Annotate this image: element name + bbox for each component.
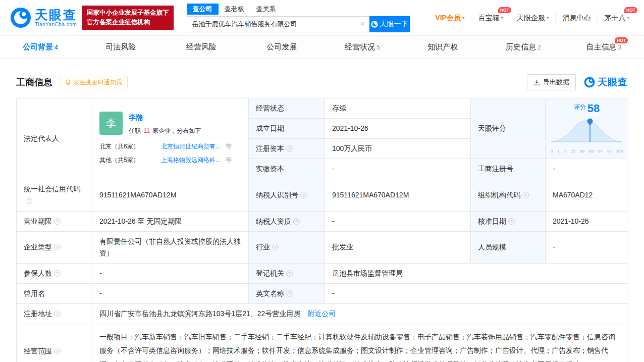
- staff-size-value: -: [546, 231, 628, 263]
- menu-enterprise-service[interactable]: 天眼企服: [510, 13, 556, 23]
- established-date-value: 2021-10-26: [325, 119, 471, 139]
- chevron-down-icon: [501, 13, 503, 23]
- avatar[interactable]: 李: [99, 112, 123, 135]
- search-button-logo-icon: [371, 21, 378, 28]
- tyc-score-cell[interactable]: 评分58 0131550859799100: [546, 98, 628, 159]
- taxpayer-qualification-label: 纳税人资质: [249, 211, 325, 231]
- info-icon[interactable]: [300, 192, 307, 198]
- search-tab-company[interactable]: 查公司: [187, 4, 219, 15]
- taxpayer-qualification-value: -: [325, 211, 471, 231]
- info-icon[interactable]: [522, 192, 529, 198]
- tab-label: 司法风险: [105, 42, 136, 52]
- info-icon[interactable]: [508, 218, 515, 225]
- export-button-label: 导出数据: [543, 78, 569, 87]
- clear-search-icon[interactable]: [360, 20, 365, 27]
- registered-address-label: 注册地址: [17, 304, 92, 324]
- menu-toolbox[interactable]: HOT 百宝箱: [471, 13, 510, 23]
- tianyancha-watermark: 天眼查: [584, 76, 628, 89]
- legal-rep-tenure: 任职 11 家企业，分布如下: [129, 126, 201, 136]
- paid-in-capital-value: -: [325, 159, 471, 179]
- table-row: 企业类型 有限责任公司（非自然人投资或控股的法人独资） 行业 批发业 人员规模 …: [17, 231, 628, 263]
- tab-judicial-risk[interactable]: 司法风险: [81, 36, 162, 59]
- tab-intellectual-property[interactable]: 知识产权: [403, 36, 484, 59]
- tenure-prefix: 任职: [129, 127, 141, 134]
- info-icon[interactable]: [26, 197, 32, 204]
- info-icon[interactable]: [54, 348, 61, 354]
- info-icon[interactable]: [286, 270, 293, 277]
- table-row: 统一社会信用代码 91511621MA670AD12M 纳税人识别号 91511…: [17, 179, 628, 211]
- tab-company-development[interactable]: 公司发展: [242, 36, 323, 59]
- insured-count-value: -: [92, 263, 249, 283]
- business-term-value: 2021-10-26 至 无固定期限: [92, 211, 249, 231]
- notify-on-change-button[interactable]: 发生变更时通知我: [60, 76, 128, 89]
- search-input[interactable]: [187, 16, 369, 32]
- registered-capital-value: 100万人民币: [325, 139, 471, 159]
- chevron-down-icon: [462, 13, 465, 23]
- tianyancha-logo[interactable]: 天眼查 TianYanCha.com: [10, 7, 77, 28]
- search-button-label: 天眼一下: [380, 20, 408, 29]
- tab-operating-status[interactable]: 经营状况 5: [322, 36, 403, 59]
- score-bell-curve-chart: [550, 115, 623, 144]
- menu-message-center[interactable]: 消息中心: [555, 13, 597, 23]
- legal-rep-name-link[interactable]: 李瀚: [129, 112, 201, 123]
- info-icon[interactable]: [54, 218, 61, 225]
- uscc-value: 91511621MA670AD12M: [92, 179, 249, 211]
- industry-label: 行业: [249, 231, 325, 263]
- info-icon[interactable]: [54, 244, 61, 250]
- info-icon[interactable]: [293, 218, 300, 225]
- score-axis: 0131550859799100: [550, 148, 624, 154]
- main-content: 工商信息 发生变更时通知我 导出数据: [16, 59, 628, 362]
- tab-company-background[interactable]: 公司背景 4: [0, 36, 81, 59]
- tab-history-info[interactable]: 历史信息 2: [483, 36, 564, 59]
- info-icon[interactable]: [286, 290, 293, 297]
- search-tab-relation[interactable]: 查关系: [250, 4, 282, 15]
- export-data-button[interactable]: 导出数据: [527, 74, 576, 90]
- tab-label: 历史信息: [506, 42, 536, 52]
- section-title: 工商信息: [16, 76, 52, 88]
- distribution-row: 北京（共6家） 北京恒河世纪商贸有... 等: [99, 142, 241, 152]
- org-code-label: 组织机构代码: [471, 179, 546, 211]
- business-info-table: 法定代表人 李 李瀚 任职 11 家企业，分布如下: [16, 98, 628, 362]
- registered-address-value: 四川省广安市岳池县九龙镇滨河东路103号1层21、22号营业用房 附近公司: [92, 304, 628, 324]
- info-icon[interactable]: [286, 145, 293, 152]
- insured-count-label: 参保人数: [17, 263, 92, 283]
- menu-user-account[interactable]: HOT 茅十八: [597, 13, 636, 23]
- former-name-value: -: [92, 283, 249, 303]
- taxpayer-id-value: 91511621MA670AD12M: [325, 179, 471, 211]
- former-name-label: 曾用名: [17, 283, 92, 303]
- info-icon[interactable]: [54, 270, 61, 277]
- tenure-count-link[interactable]: 11: [142, 127, 150, 134]
- menu-vip[interactable]: VIP会员: [428, 13, 471, 23]
- notify-button-label: 发生变更时通知我: [74, 78, 122, 87]
- info-icon[interactable]: [272, 244, 279, 250]
- tianyancha-watermark-icon: [584, 77, 595, 88]
- distribution-company-link[interactable]: 上海格物致远网络科...: [161, 156, 221, 166]
- approval-date-label: 核准日期: [471, 211, 546, 231]
- tab-count: 2: [538, 44, 541, 51]
- paid-in-capital-label: 实缴资本: [249, 159, 325, 179]
- search-tabs: 查公司 查老板 查关系: [187, 4, 410, 15]
- search-tab-boss[interactable]: 查老板: [219, 4, 250, 15]
- taxpayer-id-label: 纳税人识别号: [249, 179, 325, 211]
- tenure-suffix: 家企业，分布如下: [152, 127, 201, 134]
- approval-date-value: 2021-10-26: [546, 211, 628, 231]
- distribution-company-link[interactable]: 北京恒河世纪商贸有...: [161, 142, 221, 152]
- bell-icon: [65, 79, 71, 85]
- section-toolbar: 工商信息 发生变更时通知我 导出数据: [16, 74, 628, 90]
- hot-badge: HOT: [615, 37, 628, 43]
- nearby-companies-link[interactable]: 附近公司: [307, 309, 336, 318]
- top-header: 天眼查 TianYanCha.com 国家中小企业发展子基金旗下 官方备案企业征…: [0, 0, 644, 35]
- hot-badge: HOT: [624, 7, 637, 13]
- business-scope-label: 经营范围: [17, 324, 92, 362]
- logo-text-cn: 天眼查: [35, 8, 77, 22]
- menu-enterprise-service-label: 天眼企服: [517, 13, 545, 23]
- tab-operational-risk[interactable]: 经营风险: [161, 36, 242, 59]
- english-name-value: -: [325, 283, 628, 303]
- search-button[interactable]: 天眼一下: [369, 16, 410, 32]
- status-label: 经营状态: [249, 98, 325, 119]
- tab-self-published-info[interactable]: 自主信息 3 HOT: [564, 36, 644, 59]
- chevron-down-icon: [627, 13, 629, 23]
- info-icon[interactable]: [54, 311, 61, 317]
- tab-count: 4: [55, 44, 58, 51]
- tyc-score-label: 天眼评分: [471, 98, 546, 159]
